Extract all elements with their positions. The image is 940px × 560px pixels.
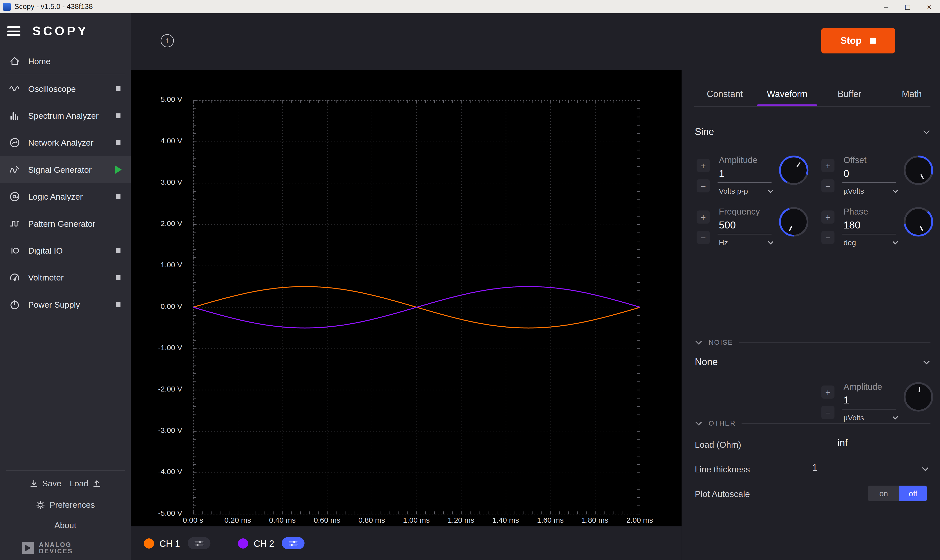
noise-amplitude-knob[interactable] bbox=[902, 381, 934, 413]
window-titlebar: Scopy - v1.5.0 - 438f138 – □ × bbox=[0, 0, 940, 13]
tab-constant[interactable]: Constant bbox=[695, 83, 755, 104]
offset-knob[interactable] bbox=[902, 154, 934, 186]
stopped-indicator bbox=[116, 140, 120, 145]
save-label: Save bbox=[42, 478, 62, 488]
phase-value[interactable]: 180 bbox=[843, 220, 860, 231]
sidebar-item-oscilloscope[interactable]: Oscilloscope bbox=[0, 75, 131, 102]
phase-unit-select[interactable]: deg bbox=[843, 239, 899, 247]
value-underline bbox=[842, 182, 896, 183]
logic-analyzer-icon bbox=[8, 191, 22, 202]
ch1-label: CH 1 bbox=[160, 538, 180, 548]
load-input[interactable]: inf bbox=[837, 437, 848, 448]
frequency-unit-select[interactable]: Hz bbox=[719, 239, 774, 247]
stop-icon bbox=[870, 38, 876, 44]
stopped-indicator bbox=[116, 86, 120, 91]
channel-bar: CH 1 CH 2 bbox=[131, 526, 682, 560]
frequency-value[interactable]: 500 bbox=[719, 220, 736, 231]
sidebar-item-label: Power Supply bbox=[28, 299, 80, 309]
amplitude-increment-button[interactable]: + bbox=[697, 159, 710, 172]
running-indicator bbox=[115, 165, 122, 174]
load-icon bbox=[92, 479, 100, 487]
tab-waveform[interactable]: Waveform bbox=[757, 83, 817, 104]
sidebar-item-spectrum-analyzer[interactable]: Spectrum Analyzer bbox=[0, 102, 131, 129]
phase-control: + − Phase 180 deg bbox=[820, 207, 934, 260]
noise-type-select[interactable]: None bbox=[695, 353, 931, 371]
sidebar-item-pattern-generator[interactable]: Pattern Generator bbox=[0, 210, 131, 237]
close-button[interactable]: × bbox=[918, 0, 940, 13]
autoscale-toggle: on off bbox=[868, 486, 927, 501]
noise-section-header[interactable]: NOISE bbox=[695, 337, 931, 347]
sidebar-item-home[interactable]: Home bbox=[0, 49, 131, 73]
save-button[interactable]: Save bbox=[30, 478, 62, 488]
chevron-down-icon bbox=[923, 359, 930, 365]
amplitude-knob[interactable] bbox=[777, 154, 810, 186]
offset-value[interactable]: 0 bbox=[843, 168, 849, 180]
divider bbox=[6, 74, 125, 74]
noise-amplitude-increment-button[interactable]: + bbox=[821, 386, 834, 399]
ch2-settings-button[interactable] bbox=[282, 537, 305, 549]
stopped-indicator bbox=[116, 194, 120, 198]
x-tick-label: 1.60 ms bbox=[537, 516, 564, 525]
load-label: Load (Ohm) bbox=[695, 440, 741, 450]
amplitude-unit-select[interactable]: Volts p-p bbox=[719, 187, 774, 195]
other-section-label: OTHER bbox=[709, 420, 736, 427]
sidebar-item-logic-analyzer[interactable]: Logic Analyzer bbox=[0, 183, 131, 210]
offset-increment-button[interactable]: + bbox=[821, 159, 834, 172]
tab-math[interactable]: Math bbox=[882, 83, 940, 104]
value-underline bbox=[842, 234, 896, 234]
line-thickness-label: Line thickness bbox=[695, 465, 750, 474]
noise-section-label: NOISE bbox=[709, 339, 733, 346]
other-section-header[interactable]: OTHER bbox=[695, 418, 931, 428]
oscilloscope-icon bbox=[8, 82, 22, 94]
stop-button[interactable]: Stop bbox=[821, 28, 895, 53]
sidebar-item-voltmeter[interactable]: Voltmeter bbox=[0, 264, 131, 291]
load-button[interactable]: Load bbox=[70, 478, 100, 488]
preferences-label: Preferences bbox=[49, 500, 95, 510]
tab-buffer[interactable]: Buffer bbox=[820, 83, 880, 104]
autoscale-off[interactable]: off bbox=[899, 486, 927, 501]
x-tick-label: 1.40 ms bbox=[492, 516, 519, 525]
preferences-button[interactable]: Preferences bbox=[0, 495, 131, 514]
sidebar-item-digital-io[interactable]: Digital IO bbox=[0, 237, 131, 263]
chevron-down-icon bbox=[695, 340, 703, 345]
chevron-down-icon bbox=[923, 129, 930, 135]
window-title: Scopy - v1.5.0 - 438f138 bbox=[14, 3, 93, 11]
sidebar-item-signal-generator[interactable]: Signal Generator bbox=[0, 156, 131, 183]
sidebar-item-power-supply[interactable]: Power Supply bbox=[0, 291, 131, 318]
maximize-button[interactable]: □ bbox=[897, 0, 918, 13]
minimize-button[interactable]: – bbox=[875, 0, 897, 13]
line-thickness-select[interactable]: 1 bbox=[812, 462, 817, 472]
stop-label: Stop bbox=[840, 35, 862, 46]
info-icon[interactable]: i bbox=[161, 34, 174, 47]
frequency-decrement-button[interactable]: − bbox=[697, 231, 710, 244]
x-tick-label: 0.80 ms bbox=[358, 516, 385, 525]
phase-decrement-button[interactable]: − bbox=[821, 231, 834, 244]
waveform-type-value: Sine bbox=[695, 126, 714, 137]
menu-icon[interactable] bbox=[7, 27, 20, 36]
x-tick-label: 0.40 ms bbox=[269, 516, 296, 525]
scopy-logo: SCOPY bbox=[32, 24, 88, 38]
digital-io-icon bbox=[8, 245, 22, 256]
value-underline bbox=[842, 409, 896, 409]
ch2-dot[interactable] bbox=[238, 538, 248, 548]
sidebar-item-label: Digital IO bbox=[28, 245, 63, 255]
ch1-dot[interactable] bbox=[144, 538, 154, 548]
autoscale-on[interactable]: on bbox=[868, 486, 899, 501]
sidebar-item-network-analyzer[interactable]: Network Analyzer bbox=[0, 129, 131, 156]
noise-amplitude-decrement-button[interactable]: − bbox=[821, 406, 834, 419]
waveform-type-select[interactable]: Sine bbox=[695, 123, 931, 141]
frequency-increment-button[interactable]: + bbox=[697, 210, 710, 223]
amplitude-decrement-button[interactable]: − bbox=[697, 179, 710, 192]
frequency-knob[interactable] bbox=[777, 206, 810, 238]
phase-knob[interactable] bbox=[902, 206, 934, 238]
about-button[interactable]: About bbox=[0, 514, 131, 536]
offset-unit-select[interactable]: µVolts bbox=[843, 187, 899, 195]
main-header: i Stop bbox=[131, 13, 940, 70]
phase-increment-button[interactable]: + bbox=[821, 210, 834, 223]
offset-decrement-button[interactable]: − bbox=[821, 179, 834, 192]
noise-amplitude-label: Amplitude bbox=[843, 382, 882, 391]
noise-amplitude-value[interactable]: 1 bbox=[843, 394, 849, 406]
x-tick-label: 0.20 ms bbox=[225, 516, 251, 525]
ch1-settings-button[interactable] bbox=[188, 537, 211, 549]
amplitude-value[interactable]: 1 bbox=[719, 168, 725, 180]
